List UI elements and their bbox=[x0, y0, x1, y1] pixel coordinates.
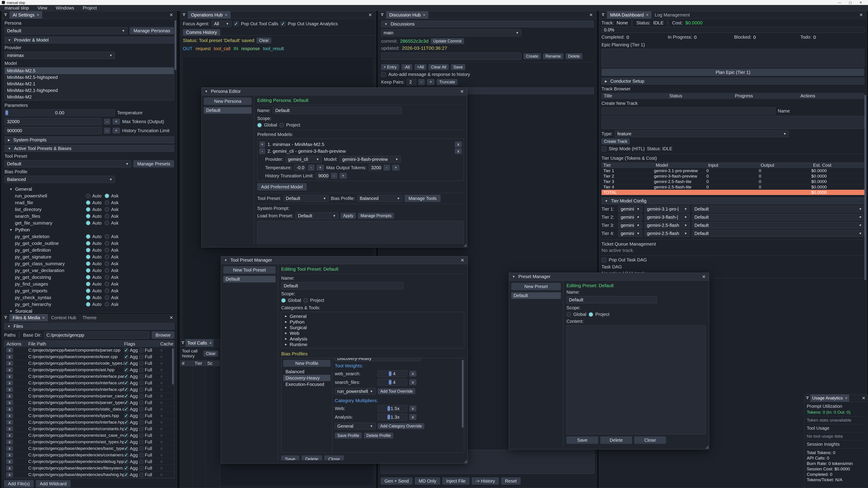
remove-file-button[interactable]: x bbox=[6, 381, 13, 385]
ask-radio[interactable]: Ask bbox=[105, 234, 119, 239]
project-radio[interactable] bbox=[303, 298, 308, 303]
entry-button[interactable]: +All bbox=[414, 64, 427, 70]
ask-radio[interactable]: Ask bbox=[105, 221, 119, 226]
full-checkbox[interactable]: ✓ bbox=[139, 361, 144, 365]
auto-radio[interactable]: Auto bbox=[86, 200, 101, 205]
epic-planning-input[interactable] bbox=[601, 49, 864, 67]
system-prompt-input[interactable] bbox=[257, 221, 464, 244]
conductor-setup-section[interactable]: ▶Conductor Setup bbox=[601, 78, 864, 85]
auto-radio[interactable]: Auto bbox=[86, 214, 101, 219]
delete-profile-button[interactable]: Delete Profile bbox=[364, 433, 393, 438]
apply-button[interactable]: Apply bbox=[341, 213, 356, 219]
tier-model-select[interactable]: gemini-3-flash-|▼ bbox=[645, 214, 690, 221]
agg-checkbox[interactable]: ✓ bbox=[124, 427, 128, 431]
bias-profile-select[interactable]: Balanced▼ bbox=[4, 176, 115, 183]
agg-checkbox[interactable]: ✓ bbox=[124, 440, 128, 444]
full-checkbox[interactable]: ✓ bbox=[139, 447, 144, 451]
tool-row[interactable]: ▼ py_get_definition Auto Ask bbox=[4, 247, 174, 254]
tier-persona-select[interactable]: Default▼ bbox=[692, 205, 864, 213]
persona-name-input[interactable]: Default bbox=[273, 107, 402, 114]
auto-radio[interactable]: Auto bbox=[86, 193, 101, 199]
tier-persona-select[interactable]: Default▼ bbox=[692, 214, 864, 221]
delete-button[interactable]: Delete bbox=[600, 436, 632, 444]
manage-prompts-button[interactable]: Manage Prompts bbox=[358, 213, 394, 219]
remove-multiplier-button[interactable]: x bbox=[409, 405, 416, 412]
tool-row[interactable]: ▼ py_find_usages Auto Ask bbox=[4, 281, 174, 287]
tool-row[interactable]: ▼ list_directory Auto Ask bbox=[4, 206, 174, 213]
load-preset-select[interactable]: Default▼ bbox=[296, 213, 338, 219]
remove-file-button[interactable]: x bbox=[6, 426, 13, 431]
popout-toolcalls-checkbox[interactable]: ✓ bbox=[234, 21, 239, 26]
agg-checkbox[interactable]: ✓ bbox=[124, 447, 128, 451]
maxout-minus-button[interactable]: - bbox=[383, 165, 390, 170]
table-row[interactable]: x C:/projects/gencpp/base/components/typ… bbox=[4, 413, 174, 419]
hist-minus-button[interactable]: - bbox=[331, 173, 337, 179]
agg-checkbox[interactable]: ✓ bbox=[124, 407, 128, 412]
tier-model-select[interactable]: gemini-3.1-pro-|▼ bbox=[645, 205, 690, 213]
tool-row[interactable]: ▼ py_get_class_summary Auto Ask bbox=[4, 260, 174, 267]
full-checkbox[interactable]: ✓ bbox=[139, 375, 144, 379]
ask-radio[interactable]: Ask bbox=[105, 282, 119, 287]
scrollbar[interactable] bbox=[175, 20, 176, 70]
popout-dag-checkbox[interactable]: ✓ bbox=[601, 258, 607, 263]
save-profile-button[interactable]: Save Profile bbox=[335, 433, 362, 438]
global-radio[interactable] bbox=[566, 312, 571, 317]
full-checkbox[interactable]: ✓ bbox=[139, 394, 144, 398]
menu-item[interactable]: View bbox=[37, 5, 47, 11]
agg-checkbox[interactable]: ✓ bbox=[124, 381, 128, 385]
hist-plus-button[interactable]: + bbox=[340, 173, 347, 179]
panel-close-icon[interactable]: ✕ bbox=[365, 11, 376, 19]
table-row[interactable]: x C:/projects/gencpp/base/components/par… bbox=[4, 393, 174, 399]
panel-close-icon[interactable]: ✕ bbox=[860, 394, 867, 402]
max-tokens-input[interactable]: 32000 bbox=[4, 118, 102, 125]
agg-checkbox[interactable]: ✓ bbox=[124, 348, 128, 352]
popout-usage-checkbox[interactable]: ✓ bbox=[281, 21, 285, 26]
tab-theme[interactable]: Theme bbox=[79, 314, 100, 321]
remove-file-button[interactable]: x bbox=[6, 387, 13, 392]
composer-button[interactable]: Reset bbox=[501, 477, 521, 485]
close-icon[interactable]: × bbox=[209, 341, 212, 346]
remove-file-button[interactable]: x bbox=[6, 413, 13, 418]
project-radio[interactable] bbox=[279, 123, 284, 127]
remove-file-button[interactable]: x bbox=[6, 453, 13, 457]
remove-weight-button[interactable]: x bbox=[409, 371, 416, 377]
tab-log-management[interactable]: Log Management bbox=[651, 11, 693, 19]
history-limit-plus-button[interactable]: + bbox=[113, 128, 120, 133]
table-row[interactable]: x C:/projects/gencpp/base/components/lex… bbox=[4, 354, 174, 360]
plan-epic-button[interactable]: Plan Epic (Tier 1) bbox=[601, 69, 864, 76]
clear-button[interactable]: Clear bbox=[256, 37, 271, 43]
system-prompts-section[interactable]: ▶System Prompts bbox=[4, 136, 174, 143]
basedir-input[interactable]: C:/projects/gencpp bbox=[44, 331, 150, 339]
auto-radio[interactable]: Auto bbox=[86, 275, 101, 280]
category-node[interactable]: ▶ Python bbox=[283, 319, 462, 325]
remove-file-button[interactable]: x bbox=[6, 407, 13, 412]
window-control-button[interactable]: ▢ bbox=[849, 1, 852, 4]
remove-file-button[interactable]: x bbox=[6, 400, 13, 405]
weight-slider[interactable]: 4 bbox=[378, 379, 407, 386]
scrollbar[interactable] bbox=[462, 360, 464, 428]
manage-tools-button[interactable]: Manage Tools bbox=[405, 195, 440, 202]
new-profile-button[interactable]: New Profile bbox=[283, 360, 331, 367]
category-node[interactable]: ▶ Runtime bbox=[283, 341, 462, 347]
table-row[interactable]: x C:/projects/gencpp/base/dependencies/b… bbox=[4, 445, 174, 452]
close-icon[interactable]: × bbox=[646, 13, 649, 18]
discussions-section[interactable]: ▼Discussions bbox=[381, 21, 594, 27]
auto-radio[interactable]: Auto bbox=[86, 248, 101, 253]
window-control-button[interactable]: — bbox=[838, 1, 841, 4]
table-row[interactable]: x C:/projects/gencpp/base/components/ast… bbox=[4, 367, 174, 373]
add-files-button[interactable]: Add File(s) bbox=[4, 480, 34, 487]
tool-row[interactable]: ▼ py_get_docstring Auto Ask bbox=[4, 274, 174, 281]
new-persona-button[interactable]: New Persona bbox=[204, 98, 252, 105]
agg-checkbox[interactable]: ✓ bbox=[124, 420, 128, 424]
new-tool-preset-button[interactable]: New Tool Preset bbox=[223, 266, 276, 273]
full-checkbox[interactable]: ✓ bbox=[139, 440, 144, 444]
temperature-slider[interactable]: 0.00 bbox=[4, 109, 115, 116]
ask-radio[interactable]: Ask bbox=[105, 268, 119, 273]
remove-file-button[interactable]: x bbox=[6, 446, 13, 451]
auto-radio[interactable]: Auto bbox=[86, 207, 101, 212]
maxout-plus-button[interactable]: + bbox=[392, 165, 400, 170]
full-checkbox[interactable]: ✓ bbox=[139, 466, 144, 470]
table-row[interactable]: x C:/projects/gencpp/base/components/int… bbox=[4, 373, 174, 380]
model-list-item[interactable]: MiniMax-M2.1 bbox=[5, 80, 174, 87]
table-row[interactable]: x C:/projects/gencpp/base/components/cod… bbox=[4, 360, 174, 367]
